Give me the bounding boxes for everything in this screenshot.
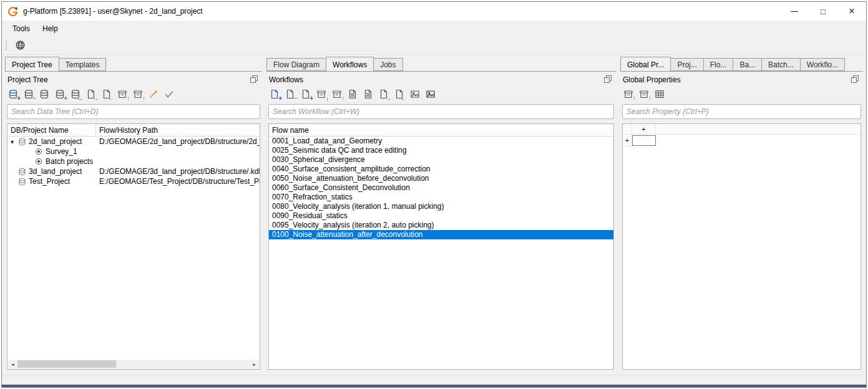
link-database-icon[interactable]: ↔	[70, 89, 81, 100]
left-tabstrip: Project TreeTemplates	[5, 56, 262, 71]
right-tab-workflo[interactable]: Workflo...	[800, 58, 845, 71]
right-tab-global-pr[interactable]: Global Pr...	[620, 57, 671, 71]
restore-project-icon[interactable]: ↑	[132, 89, 144, 100]
right-tab-flo[interactable]: Flo...	[703, 58, 734, 71]
workflows-header: Workflows	[267, 72, 615, 85]
move-workflow-icon[interactable]: →	[378, 89, 389, 100]
export-image-icon[interactable]	[409, 89, 421, 100]
workflow-row[interactable]: 0030_Spherical_divergence	[269, 155, 613, 165]
property-cell-editor[interactable]	[632, 135, 656, 146]
workflow-row[interactable]: 0070_Refraction_statics	[269, 193, 613, 202]
left-tab-project-tree[interactable]: Project Tree	[5, 57, 59, 71]
center-tabstrip: Flow DiagramWorkflowsJobs	[266, 56, 616, 71]
column-db-project-name[interactable]: DB/Project Name	[7, 124, 96, 136]
workflow-row[interactable]: 0095_Velocity_analysis (iteration 2, aut…	[269, 221, 613, 230]
grid-corner	[623, 124, 632, 134]
column-flow-history-path[interactable]: Flow/History Path	[96, 124, 260, 136]
search-data-tree-input[interactable]	[7, 104, 260, 119]
workflow-report-icon[interactable]	[363, 89, 374, 100]
workflows-body: 0001_Load_data_and_Geometry0025_Seismic …	[269, 137, 613, 369]
import-workflow-icon[interactable]: ↓	[316, 89, 327, 100]
right-tab-ba[interactable]: Ba...	[733, 58, 762, 71]
column-flow-name[interactable]: Flow name	[269, 124, 613, 136]
archive-project-icon[interactable]: ↑	[117, 89, 128, 100]
scroll-right-icon[interactable]: ►	[250, 360, 259, 368]
tree-row-test-project[interactable]: Test_ProjectE:/GEOMAGE/Test_Project/DB/s…	[7, 176, 260, 186]
tree-row-survey-1[interactable]: Survey_1	[7, 146, 260, 156]
toolbar-grip[interactable]	[6, 41, 9, 50]
horizontal-scrollbar[interactable]: ◄ ►	[8, 360, 259, 368]
add-workflow-icon[interactable]: +	[269, 89, 280, 100]
float-panel-icon[interactable]	[604, 75, 613, 84]
export-property-icon[interactable]: ↑	[638, 89, 650, 100]
import-project-icon[interactable]: →	[85, 89, 97, 100]
database-icon	[17, 167, 26, 176]
menu-tools[interactable]: Tools	[6, 22, 36, 35]
global-properties-grid: + +	[622, 123, 861, 370]
snapshot-icon[interactable]	[425, 89, 436, 100]
menubar: ToolsHelp	[2, 21, 866, 36]
project-name-label: Test_Project	[29, 177, 70, 186]
database-icon	[17, 137, 26, 146]
remove-workflow-icon[interactable]: −	[285, 89, 296, 100]
search-property-input[interactable]	[622, 104, 861, 119]
float-panel-icon[interactable]	[250, 75, 259, 84]
global-properties-header: Global Properties	[621, 72, 862, 85]
duplicate-database-icon[interactable]: +	[54, 89, 66, 100]
project-path-label: E:/GEOMAGE/Test_Project/DB/structure/Tes…	[96, 177, 260, 186]
radio-selected-icon	[34, 147, 43, 156]
scrollbar-thumb[interactable]	[17, 360, 116, 368]
menu-help[interactable]: Help	[36, 22, 64, 35]
app-logo-icon	[7, 6, 18, 17]
export-project-icon[interactable]: ←	[101, 89, 112, 100]
scroll-left-icon[interactable]: ◄	[8, 360, 17, 368]
workflow-row[interactable]: 0025_Seismic data QC and trace editing	[269, 146, 613, 155]
float-panel-icon[interactable]	[851, 75, 860, 84]
globe-icon-button[interactable]	[12, 37, 29, 53]
property-table-icon[interactable]	[654, 89, 665, 100]
workflow-row[interactable]: 0100_Noise_attenuation_after_deconvoluti…	[269, 230, 613, 239]
tree-row-3d-land-project[interactable]: 3d_land_projectD:/GEOMAGE/3d_land_projec…	[7, 166, 260, 176]
copy-database-icon[interactable]	[39, 89, 50, 100]
tree-row-2d-land-project[interactable]: ▾2d_land_projectD:/GEOMAGE/2d_land_proje…	[7, 137, 260, 146]
add-database-icon[interactable]: +	[7, 89, 19, 100]
reorder-workflow-icon[interactable]: ←	[394, 89, 405, 100]
left-tab-templates[interactable]: Templates	[59, 58, 107, 71]
workflow-row[interactable]: 0060_Surface_Consistent_Deconvolution	[269, 183, 613, 193]
workflow-row[interactable]: 0090_Residual_statics	[269, 211, 613, 221]
global-properties-toolbar: ↑↑	[621, 85, 862, 102]
close-button[interactable]: ×	[837, 2, 866, 21]
validate-icon[interactable]	[163, 89, 175, 100]
minimize-button[interactable]: —	[780, 2, 809, 21]
workflow-row[interactable]: 0050_Noise_attenuation_before_deconvolut…	[269, 174, 613, 183]
add-property-row-button[interactable]: +	[623, 135, 632, 146]
app-window: g-Platform [5.23891] - user@Skynet - 2d_…	[1, 1, 867, 388]
copy-workflow-icon[interactable]: +	[300, 89, 311, 100]
search-workflow-input[interactable]	[268, 104, 614, 119]
project-tree-toolbar: +−+↔→←↑↑	[6, 85, 261, 102]
maximize-button[interactable]: □	[809, 2, 837, 21]
right-tab-batch[interactable]: Batch...	[761, 58, 801, 71]
add-property-column-button[interactable]: +	[632, 124, 656, 134]
project-settings-icon[interactable]	[148, 89, 159, 100]
expander-icon[interactable]: ▾	[9, 138, 17, 145]
right-tab-proj[interactable]: Proj...	[670, 58, 703, 71]
scrollbar-track[interactable]	[116, 360, 250, 368]
statusbar	[2, 375, 866, 385]
window-controls: — □ ×	[780, 2, 866, 21]
workflow-row[interactable]: 0001_Load_data_and_Geometry	[269, 137, 613, 146]
project-tree-panel: Project TreeTemplates Project Tree +−+↔→…	[5, 56, 262, 375]
workflow-row[interactable]: 0040_Surface_consistent_amplitude_correc…	[269, 165, 613, 174]
workflow-row[interactable]: 0080_Velocity_analysis (iteration 1, man…	[269, 202, 613, 211]
export-workflow-icon[interactable]: ↑	[331, 89, 343, 100]
remove-database-icon[interactable]: −	[23, 89, 34, 100]
bottom-accent-bar	[2, 385, 866, 387]
center-tab-jobs[interactable]: Jobs	[373, 58, 402, 71]
titlebar: g-Platform [5.23891] - user@Skynet - 2d_…	[2, 2, 866, 21]
project-name-label: 2d_land_project	[29, 137, 82, 146]
import-property-icon[interactable]: ↑	[623, 89, 634, 100]
center-tab-workflows[interactable]: Workflows	[326, 57, 374, 71]
tree-row-batch-projects[interactable]: Batch projects	[7, 156, 260, 166]
workflow-text-icon[interactable]	[347, 89, 358, 100]
center-tab-flow-diagram[interactable]: Flow Diagram	[266, 58, 326, 71]
